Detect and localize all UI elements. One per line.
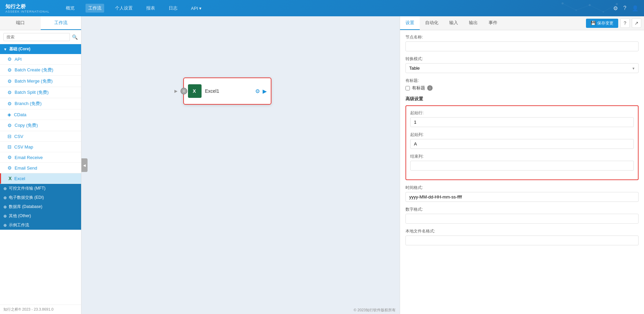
- start-col-input[interactable]: [410, 139, 634, 149]
- branch-icon: ⚙: [7, 101, 12, 106]
- top-navigation: 知行之桥 ASSEEK INTERNATIONAL 概览 工作流 个人设置 报表…: [0, 0, 644, 16]
- canvas-toggle-btn[interactable]: ◀: [81, 158, 88, 172]
- sidebar-item-batch-create[interactable]: ⚙ Batch Create (免费): [0, 65, 81, 76]
- sidebar-item-batch-merge[interactable]: ⚙ Batch Merge (免费): [0, 76, 81, 87]
- search-icon[interactable]: 🔍: [72, 34, 78, 40]
- node-run-icon[interactable]: ▶: [263, 88, 267, 94]
- csv-icon: ⊟: [7, 134, 12, 139]
- sidebar-item-csv[interactable]: ⊟ CSV: [0, 131, 81, 142]
- tab-events[interactable]: 事件: [483, 16, 503, 30]
- right-panel: 设置 自动化 输入 输出 事件 💾 保存变更 ? ↗ 节点名称: 转换: [400, 16, 644, 314]
- subgroup-mft[interactable]: ⊕ 可控文件传输 (MFT): [0, 184, 81, 193]
- sidebar-item-csv-map[interactable]: ⊟ CSV Map: [0, 142, 81, 152]
- sidebar-item-email-receive[interactable]: ⚙ Email Receive: [0, 152, 81, 163]
- tab-settings[interactable]: 设置: [400, 16, 420, 30]
- panel-tabs-row: 设置 自动化 输入 输出 事件 💾 保存变更 ? ↗: [400, 16, 644, 30]
- save-button[interactable]: 💾 保存变更: [586, 19, 618, 28]
- nav-personal-settings[interactable]: 个人设置: [112, 4, 135, 13]
- expand-examples-icon: ⊕: [3, 223, 7, 228]
- batch-create-label: Batch Create (免费): [15, 67, 53, 73]
- tab-workflow[interactable]: 工作流: [41, 16, 81, 30]
- csv-label: CSV: [14, 134, 23, 139]
- svg-line-6: [576, 5, 590, 10]
- has-header-group: 有标题: 有标题 i: [405, 78, 639, 91]
- sidebar-item-batch-split[interactable]: ⚙ Batch Split (免费): [0, 87, 81, 98]
- sidebar: 端口 工作流 🔍 ▼ 基础 (Core) ⚙ API ⚙ Batch Creat…: [0, 16, 81, 314]
- svg-line-7: [590, 5, 603, 12]
- subgroup-other-label: 其他 (Other): [9, 213, 31, 219]
- panel-help-btn[interactable]: ?: [620, 18, 630, 28]
- subgroup-examples[interactable]: ⊕ 示例工作流: [0, 221, 81, 230]
- sidebar-item-cdata[interactable]: ◈ CData: [0, 109, 81, 120]
- panel-expand-btn[interactable]: ↗: [632, 18, 641, 28]
- version-text: 知行之桥® 2023 - 23.3.8691.0: [3, 307, 54, 311]
- logo-english: ASSEEK INTERNATIONAL: [5, 10, 50, 13]
- start-col-label: 起始列:: [410, 132, 634, 138]
- node-name-input[interactable]: [405, 41, 639, 51]
- user-icon[interactable]: 👤: [632, 5, 639, 12]
- node-label: Excel1: [205, 88, 252, 94]
- has-header-info-icon: i: [427, 85, 433, 91]
- api-label: API: [15, 57, 22, 62]
- nav-overview[interactable]: 概览: [63, 4, 77, 13]
- nav-api[interactable]: API ▾: [188, 4, 205, 12]
- tab-input[interactable]: 输入: [444, 16, 463, 30]
- conversion-mode-group: 转换模式: Table Sheet Row: [405, 56, 639, 73]
- expand-icon: ▼: [3, 47, 7, 51]
- conversion-mode-select-wrapper: Table Sheet Row: [405, 63, 639, 73]
- local-filename-format-group: 本地文件名格式:: [405, 228, 639, 245]
- panel-content: 节点名称: 转换模式: Table Sheet Row 有标题:: [400, 30, 644, 314]
- time-format-input[interactable]: [405, 192, 639, 202]
- sidebar-content: ▼ 基础 (Core) ⚙ API ⚙ Batch Create (免费) ⚙ …: [0, 44, 81, 304]
- start-col-group: 起始列:: [410, 132, 634, 149]
- subgroup-edi-label: 电子数据交换 (EDI): [9, 195, 44, 200]
- sidebar-item-branch[interactable]: ⚙ Branch (免费): [0, 98, 81, 109]
- email-send-label: Email Send: [15, 165, 37, 171]
- subgroup-edi[interactable]: ⊕ 电子数据交换 (EDI): [0, 193, 81, 202]
- sidebar-item-excel[interactable]: X Excel: [0, 173, 81, 184]
- cdata-icon: ◈: [7, 112, 11, 117]
- branch-label: Branch (免费): [15, 101, 41, 107]
- port-number: 0: [183, 89, 185, 93]
- local-filename-format-input[interactable]: [405, 236, 639, 245]
- svg-line-5: [563, 3, 576, 10]
- conversion-mode-select[interactable]: Table Sheet Row: [405, 63, 639, 73]
- sidebar-item-copy[interactable]: ⚙ Copy (免费): [0, 120, 81, 131]
- sidebar-item-api[interactable]: ⚙ API: [0, 54, 81, 65]
- node-name-group: 节点名称:: [405, 34, 639, 51]
- start-row-label: 起始行:: [410, 110, 634, 116]
- group-core-header[interactable]: ▼ 基础 (Core): [0, 44, 81, 54]
- subgroup-other[interactable]: ⊕ 其他 (Other): [0, 211, 81, 221]
- end-col-input[interactable]: [410, 161, 634, 171]
- copyright-text: © 2023知行软件版权所有: [354, 308, 396, 312]
- csv-map-label: CSV Map: [14, 144, 33, 150]
- subgroup-database-label: 数据库 (Database): [9, 204, 42, 210]
- node-settings-icon[interactable]: ⚙: [255, 88, 260, 94]
- tab-output[interactable]: 输出: [463, 16, 483, 30]
- canvas-footer: © 2023知行软件版权所有: [349, 306, 400, 314]
- start-row-input[interactable]: [410, 117, 634, 127]
- local-filename-format-label: 本地文件名格式:: [405, 228, 639, 234]
- nav-workflow[interactable]: 工作流: [86, 4, 104, 13]
- search-input[interactable]: [3, 33, 70, 41]
- copy-label: Copy (免费): [15, 122, 38, 128]
- subgroup-database[interactable]: ⊕ 数据库 (Database): [0, 202, 81, 211]
- nav-decoration: [556, 0, 624, 16]
- canvas-area[interactable]: ◀ 0 ▶ X Excel1 ⚙ ▶ © 2023知行软件版权所有: [81, 16, 400, 314]
- help-icon[interactable]: ?: [623, 5, 626, 11]
- node-actions: ⚙ ▶: [255, 88, 267, 94]
- number-format-group: 数字格式:: [405, 207, 639, 224]
- excel-node[interactable]: 0 ▶ X Excel1 ⚙ ▶: [183, 77, 271, 105]
- has-header-checkbox[interactable]: [405, 86, 410, 90]
- nav-reports[interactable]: 报表: [144, 4, 158, 13]
- batch-merge-icon: ⚙: [7, 78, 12, 84]
- number-format-input[interactable]: [405, 214, 639, 224]
- tab-ports[interactable]: 端口: [0, 16, 41, 30]
- panel-actions: 💾 保存变更 ? ↗: [586, 18, 644, 28]
- nav-logs[interactable]: 日志: [166, 4, 180, 13]
- sidebar-item-email-send[interactable]: ⚙ Email Send: [0, 163, 81, 173]
- number-format-label: 数字格式:: [405, 207, 639, 212]
- sidebar-footer: 知行之桥® 2023 - 23.3.8691.0: [0, 304, 81, 314]
- tab-automation[interactable]: 自动化: [420, 16, 444, 30]
- node-excel-icon: X: [188, 84, 202, 98]
